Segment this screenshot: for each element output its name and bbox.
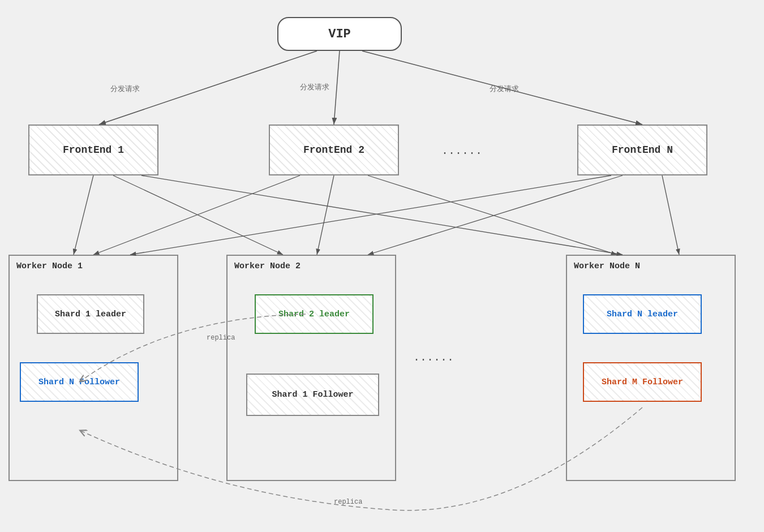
- shard-n-leader-label: Shard N leader: [607, 310, 678, 319]
- svg-line-13: [662, 175, 679, 255]
- svg-line-9: [317, 175, 334, 255]
- shard-1-leader-label: Shard 1 leader: [55, 310, 126, 319]
- replica-label-1: replica: [207, 334, 235, 342]
- svg-line-5: [74, 175, 93, 255]
- svg-line-10: [368, 175, 617, 255]
- svg-line-6: [113, 175, 283, 255]
- shard-n-leader-box: Shard N leader: [583, 294, 702, 334]
- svg-line-12: [368, 175, 623, 255]
- shard-n-follower-label: Shard N Follower: [38, 377, 120, 387]
- shard-2-leader-box: Shard 2 leader: [255, 294, 374, 334]
- svg-line-7: [141, 175, 623, 255]
- shard-2-leader-label: Shard 2 leader: [278, 310, 350, 319]
- vip-label: VIP: [328, 27, 351, 41]
- frontend-1-box: FrontEnd 1: [28, 125, 158, 175]
- frontend-2-label: FrontEnd 2: [303, 144, 364, 156]
- replica-label-2: replica: [334, 498, 362, 506]
- frontend-dots: ......: [441, 144, 482, 157]
- architecture-diagram: VIP FrontEnd 1 FrontEnd 2 FrontEnd N ...…: [0, 0, 764, 532]
- shard-1-follower-label: Shard 1 Follower: [272, 390, 353, 400]
- svg-line-8: [93, 175, 300, 255]
- worker-node-2-box: Worker Node 2: [226, 255, 396, 481]
- vip-box: VIP: [277, 17, 402, 51]
- shard-m-follower-label: Shard M Follower: [602, 377, 683, 387]
- worker-dots: ......: [413, 351, 454, 364]
- frontend-1-label: FrontEnd 1: [63, 144, 124, 156]
- dispatch-label-1: 分发请求: [110, 84, 140, 94]
- dispatch-label-2: 分发请求: [300, 82, 329, 92]
- worker-2-label: Worker Node 2: [234, 261, 301, 271]
- shard-1-follower-box: Shard 1 Follower: [246, 374, 379, 416]
- frontend-2-box: FrontEnd 2: [269, 125, 399, 175]
- shard-1-leader-box: Shard 1 leader: [37, 294, 144, 334]
- shard-n-follower-box: Shard N Follower: [20, 362, 139, 402]
- frontend-n-label: FrontEnd N: [612, 144, 673, 156]
- svg-line-11: [130, 175, 611, 255]
- worker-1-label: Worker Node 1: [16, 261, 83, 271]
- svg-line-3: [334, 51, 340, 125]
- frontend-n-box: FrontEnd N: [577, 125, 707, 175]
- shard-m-follower-box: Shard M Follower: [583, 362, 702, 402]
- worker-n-label: Worker Node N: [574, 261, 640, 271]
- dispatch-label-3: 分发请求: [490, 84, 519, 94]
